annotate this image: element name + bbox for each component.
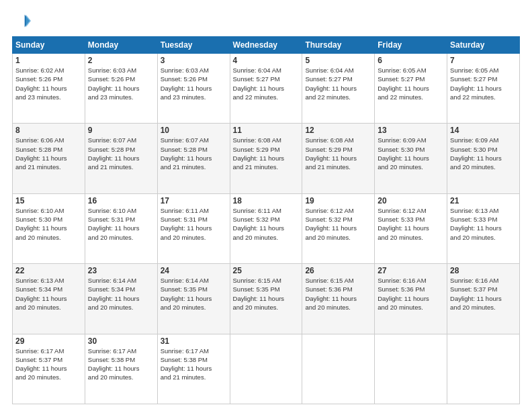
day-info: Sunrise: 6:17 AM Sunset: 5:38 PM Dayligh… bbox=[161, 347, 227, 382]
logo bbox=[12, 12, 34, 31]
day-info: Sunrise: 6:12 AM Sunset: 5:32 PM Dayligh… bbox=[305, 206, 371, 242]
calendar-cell: 21Sunrise: 6:13 AM Sunset: 5:33 PM Dayli… bbox=[447, 193, 520, 263]
calendar-cell: 7Sunrise: 6:05 AM Sunset: 5:27 PM Daylig… bbox=[447, 54, 520, 124]
day-info: Sunrise: 6:05 AM Sunset: 5:27 PM Dayligh… bbox=[450, 66, 517, 101]
day-info: Sunrise: 6:07 AM Sunset: 5:28 PM Dayligh… bbox=[161, 136, 227, 171]
day-number: 1 bbox=[15, 56, 82, 65]
day-number: 26 bbox=[305, 266, 371, 275]
calendar-cell: 9Sunrise: 6:07 AM Sunset: 5:28 PM Daylig… bbox=[85, 124, 157, 193]
calendar-cell: 11Sunrise: 6:08 AM Sunset: 5:29 PM Dayli… bbox=[230, 124, 302, 193]
calendar-cell bbox=[375, 334, 447, 404]
calendar-cell: 13Sunrise: 6:09 AM Sunset: 5:30 PM Dayli… bbox=[375, 124, 447, 193]
day-info: Sunrise: 6:12 AM Sunset: 5:33 PM Dayligh… bbox=[378, 206, 444, 242]
day-info: Sunrise: 6:15 AM Sunset: 5:36 PM Dayligh… bbox=[305, 276, 371, 312]
calendar-week-row: 29Sunrise: 6:17 AM Sunset: 5:37 PM Dayli… bbox=[13, 334, 520, 404]
calendar-week-row: 15Sunrise: 6:10 AM Sunset: 5:30 PM Dayli… bbox=[13, 193, 520, 263]
day-number: 23 bbox=[88, 266, 154, 275]
calendar-cell: 10Sunrise: 6:07 AM Sunset: 5:28 PM Dayli… bbox=[157, 124, 230, 193]
calendar-cell: 12Sunrise: 6:08 AM Sunset: 5:29 PM Dayli… bbox=[302, 124, 375, 193]
day-number: 7 bbox=[450, 56, 517, 65]
calendar-header-row: SundayMondayTuesdayWednesdayThursdayFrid… bbox=[13, 37, 520, 54]
day-number: 5 bbox=[305, 56, 371, 65]
day-info: Sunrise: 6:02 AM Sunset: 5:26 PM Dayligh… bbox=[15, 66, 82, 101]
day-number: 31 bbox=[161, 336, 227, 346]
day-info: Sunrise: 6:10 AM Sunset: 5:30 PM Dayligh… bbox=[15, 206, 82, 242]
day-info: Sunrise: 6:05 AM Sunset: 5:27 PM Dayligh… bbox=[378, 66, 444, 101]
day-info: Sunrise: 6:09 AM Sunset: 5:30 PM Dayligh… bbox=[378, 136, 444, 171]
weekday-header: Monday bbox=[85, 37, 157, 54]
day-number: 4 bbox=[233, 56, 300, 65]
calendar-week-row: 8Sunrise: 6:06 AM Sunset: 5:28 PM Daylig… bbox=[13, 124, 520, 193]
weekday-header: Thursday bbox=[302, 37, 375, 54]
day-number: 13 bbox=[378, 126, 444, 135]
calendar-cell: 20Sunrise: 6:12 AM Sunset: 5:33 PM Dayli… bbox=[375, 193, 447, 263]
calendar-cell: 25Sunrise: 6:15 AM Sunset: 5:35 PM Dayli… bbox=[230, 264, 302, 334]
day-number: 15 bbox=[15, 196, 82, 205]
header bbox=[12, 12, 520, 31]
page: SundayMondayTuesdayWednesdayThursdayFrid… bbox=[0, 0, 532, 411]
day-info: Sunrise: 6:04 AM Sunset: 5:27 PM Dayligh… bbox=[233, 66, 300, 101]
day-info: Sunrise: 6:13 AM Sunset: 5:33 PM Dayligh… bbox=[450, 206, 517, 242]
day-number: 6 bbox=[378, 56, 444, 65]
day-number: 24 bbox=[161, 266, 227, 275]
day-info: Sunrise: 6:08 AM Sunset: 5:29 PM Dayligh… bbox=[233, 136, 300, 171]
day-number: 30 bbox=[88, 336, 154, 346]
day-number: 27 bbox=[378, 266, 444, 275]
calendar-cell bbox=[230, 334, 302, 404]
day-number: 11 bbox=[233, 126, 300, 135]
day-number: 2 bbox=[88, 56, 154, 65]
calendar-cell: 1Sunrise: 6:02 AM Sunset: 5:26 PM Daylig… bbox=[13, 54, 85, 124]
day-info: Sunrise: 6:16 AM Sunset: 5:37 PM Dayligh… bbox=[450, 276, 517, 312]
calendar-cell: 3Sunrise: 6:03 AM Sunset: 5:26 PM Daylig… bbox=[157, 54, 230, 124]
day-number: 29 bbox=[15, 336, 82, 346]
day-number: 12 bbox=[305, 126, 371, 135]
day-info: Sunrise: 6:11 AM Sunset: 5:32 PM Dayligh… bbox=[233, 206, 300, 242]
weekday-header: Saturday bbox=[447, 37, 520, 54]
day-info: Sunrise: 6:03 AM Sunset: 5:26 PM Dayligh… bbox=[88, 66, 154, 101]
calendar-cell: 22Sunrise: 6:13 AM Sunset: 5:34 PM Dayli… bbox=[13, 264, 85, 334]
day-info: Sunrise: 6:14 AM Sunset: 5:34 PM Dayligh… bbox=[88, 276, 154, 312]
day-info: Sunrise: 6:15 AM Sunset: 5:35 PM Dayligh… bbox=[233, 276, 300, 312]
day-info: Sunrise: 6:04 AM Sunset: 5:27 PM Dayligh… bbox=[305, 66, 371, 101]
calendar-week-row: 1Sunrise: 6:02 AM Sunset: 5:26 PM Daylig… bbox=[13, 54, 520, 124]
calendar-cell: 4Sunrise: 6:04 AM Sunset: 5:27 PM Daylig… bbox=[230, 54, 302, 124]
calendar-cell: 6Sunrise: 6:05 AM Sunset: 5:27 PM Daylig… bbox=[375, 54, 447, 124]
day-info: Sunrise: 6:09 AM Sunset: 5:30 PM Dayligh… bbox=[450, 136, 517, 171]
calendar-cell: 30Sunrise: 6:17 AM Sunset: 5:38 PM Dayli… bbox=[85, 334, 157, 404]
day-number: 20 bbox=[378, 196, 444, 205]
day-number: 25 bbox=[233, 266, 300, 275]
weekday-header: Wednesday bbox=[230, 37, 302, 54]
day-number: 3 bbox=[161, 56, 227, 65]
calendar-cell bbox=[447, 334, 520, 404]
day-number: 21 bbox=[450, 196, 517, 205]
calendar-cell: 15Sunrise: 6:10 AM Sunset: 5:30 PM Dayli… bbox=[13, 193, 85, 263]
calendar-cell: 24Sunrise: 6:14 AM Sunset: 5:35 PM Dayli… bbox=[157, 264, 230, 334]
day-number: 14 bbox=[450, 126, 517, 135]
calendar-cell: 31Sunrise: 6:17 AM Sunset: 5:38 PM Dayli… bbox=[157, 334, 230, 404]
day-info: Sunrise: 6:17 AM Sunset: 5:37 PM Dayligh… bbox=[15, 347, 82, 382]
calendar-cell: 18Sunrise: 6:11 AM Sunset: 5:32 PM Dayli… bbox=[230, 193, 302, 263]
day-number: 8 bbox=[15, 126, 82, 135]
calendar-table: SundayMondayTuesdayWednesdayThursdayFrid… bbox=[12, 36, 520, 404]
day-info: Sunrise: 6:14 AM Sunset: 5:35 PM Dayligh… bbox=[161, 276, 227, 312]
weekday-header: Tuesday bbox=[157, 37, 230, 54]
calendar-cell: 27Sunrise: 6:16 AM Sunset: 5:36 PM Dayli… bbox=[375, 264, 447, 334]
day-number: 10 bbox=[161, 126, 227, 135]
day-info: Sunrise: 6:10 AM Sunset: 5:31 PM Dayligh… bbox=[88, 206, 154, 242]
day-number: 22 bbox=[15, 266, 82, 275]
weekday-header: Friday bbox=[375, 37, 447, 54]
weekday-header: Sunday bbox=[13, 37, 85, 54]
logo-icon bbox=[12, 12, 31, 31]
calendar-cell: 14Sunrise: 6:09 AM Sunset: 5:30 PM Dayli… bbox=[447, 124, 520, 193]
day-number: 16 bbox=[88, 196, 154, 205]
day-info: Sunrise: 6:06 AM Sunset: 5:28 PM Dayligh… bbox=[15, 136, 82, 171]
calendar-cell: 19Sunrise: 6:12 AM Sunset: 5:32 PM Dayli… bbox=[302, 193, 375, 263]
calendar-cell bbox=[302, 334, 375, 404]
day-info: Sunrise: 6:13 AM Sunset: 5:34 PM Dayligh… bbox=[15, 276, 82, 312]
day-info: Sunrise: 6:03 AM Sunset: 5:26 PM Dayligh… bbox=[161, 66, 227, 101]
day-info: Sunrise: 6:08 AM Sunset: 5:29 PM Dayligh… bbox=[305, 136, 371, 171]
calendar-week-row: 22Sunrise: 6:13 AM Sunset: 5:34 PM Dayli… bbox=[13, 264, 520, 334]
calendar-cell: 23Sunrise: 6:14 AM Sunset: 5:34 PM Dayli… bbox=[85, 264, 157, 334]
calendar-cell: 26Sunrise: 6:15 AM Sunset: 5:36 PM Dayli… bbox=[302, 264, 375, 334]
day-number: 9 bbox=[88, 126, 154, 135]
